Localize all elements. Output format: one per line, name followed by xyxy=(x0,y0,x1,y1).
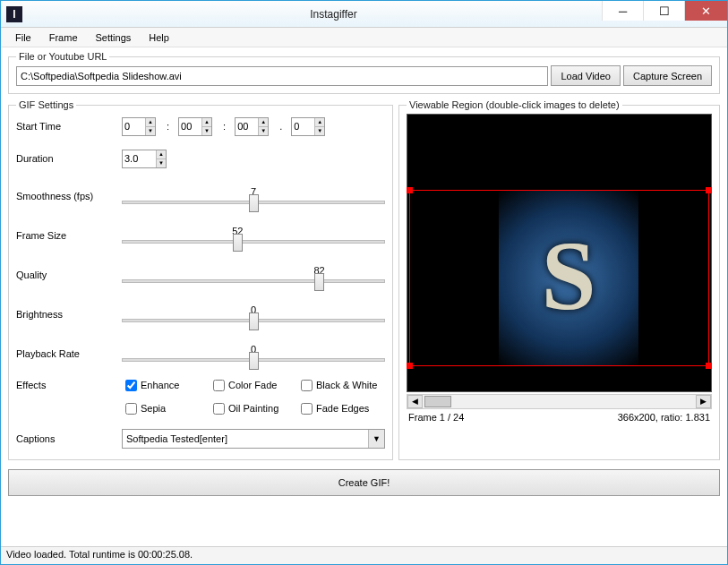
time-sep: : xyxy=(223,121,226,132)
spin-up-icon[interactable]: ▲ xyxy=(201,118,211,127)
menu-bar: File Frame Settings Help xyxy=(1,28,727,47)
slider-label: Brightness xyxy=(16,309,122,320)
slider-label: Frame Size xyxy=(16,230,122,241)
menu-settings[interactable]: Settings xyxy=(87,30,141,46)
checkbox-label: Oil Painting xyxy=(228,403,278,414)
window-title: Instagiffer xyxy=(30,8,638,21)
checkbox-label: Enhance xyxy=(141,380,179,390)
checkbox-label: Black & White xyxy=(316,380,377,390)
minimize-button[interactable]: ─ xyxy=(602,1,643,21)
url-input[interactable] xyxy=(16,66,548,86)
start-hour-input[interactable] xyxy=(123,118,145,135)
checkbox[interactable] xyxy=(125,403,137,415)
checkbox-label: Fade Edges xyxy=(316,403,369,414)
start-hour-spinner[interactable]: ▲▼ xyxy=(122,117,156,136)
start-sec-input[interactable] xyxy=(236,118,258,135)
time-sep: . xyxy=(279,121,282,132)
frame-scrollbar[interactable]: ◀ ▶ xyxy=(407,394,712,409)
checkbox[interactable] xyxy=(301,403,313,415)
slider-3[interactable]: 0 xyxy=(122,306,385,322)
crop-handle-tr[interactable] xyxy=(706,187,712,193)
captions-label: Captions xyxy=(16,433,122,444)
spin-up-icon[interactable]: ▲ xyxy=(314,118,324,127)
load-video-button[interactable]: Load Video xyxy=(551,65,620,86)
slider-thumb[interactable] xyxy=(233,234,243,252)
slider-thumb[interactable] xyxy=(249,194,259,212)
duration-input[interactable] xyxy=(123,150,156,167)
scroll-right-icon[interactable]: ▶ xyxy=(696,395,711,408)
gif-settings-group: GIF Settings Start Time ▲▼ : ▲▼ : ▲▼ . ▲… xyxy=(8,99,393,460)
maximize-button[interactable]: ☐ xyxy=(643,1,684,21)
spin-up-icon[interactable]: ▲ xyxy=(145,118,155,127)
spin-down-icon[interactable]: ▼ xyxy=(156,159,166,167)
slider-1[interactable]: 52 xyxy=(122,227,385,244)
url-group: File or Youtube URL Load Video Capture S… xyxy=(8,51,720,94)
checkbox[interactable] xyxy=(213,403,225,415)
spin-up-icon[interactable]: ▲ xyxy=(156,150,166,159)
viewable-region-group: Viewable Region (double-click images to … xyxy=(398,99,720,460)
crop-handle-bl[interactable] xyxy=(407,363,413,369)
slider-thumb[interactable] xyxy=(249,352,259,370)
spin-down-icon[interactable]: ▼ xyxy=(258,127,268,135)
gif-settings-legend: GIF Settings xyxy=(16,99,76,110)
frame-counter: Frame 1 / 24 xyxy=(408,412,464,423)
slider-thumb[interactable] xyxy=(249,312,259,330)
create-gif-button[interactable]: Create GIF! xyxy=(8,469,720,496)
duration-label: Duration xyxy=(16,153,122,164)
slider-label: Quality xyxy=(16,270,122,280)
crop-handle-br[interactable] xyxy=(706,363,712,369)
spin-up-icon[interactable]: ▲ xyxy=(258,118,268,127)
preview-viewer[interactable] xyxy=(407,114,712,392)
effect-oil-painting[interactable]: Oil Painting xyxy=(210,400,292,417)
effect-enhance[interactable]: Enhance xyxy=(122,377,204,394)
menu-frame[interactable]: Frame xyxy=(40,30,87,46)
spin-down-icon[interactable]: ▼ xyxy=(145,127,155,135)
effect-color-fade[interactable]: Color Fade xyxy=(210,377,292,394)
effect-black-white[interactable]: Black & White xyxy=(297,377,380,394)
scroll-left-icon[interactable]: ◀ xyxy=(407,395,423,408)
capture-screen-button[interactable]: Capture Screen xyxy=(623,65,712,86)
crop-box[interactable] xyxy=(409,190,709,366)
slider-0[interactable]: 7 xyxy=(122,188,385,204)
crop-handle-tl[interactable] xyxy=(407,187,413,193)
captions-combo[interactable]: ▼ xyxy=(122,429,385,449)
close-button[interactable]: ✕ xyxy=(684,1,727,21)
start-time-label: Start Time xyxy=(16,121,122,132)
start-min-input[interactable] xyxy=(179,118,201,135)
duration-spinner[interactable]: ▲▼ xyxy=(122,150,167,168)
scroll-track[interactable] xyxy=(423,395,696,408)
checkbox-label: Sepia xyxy=(141,403,166,414)
scroll-thumb[interactable] xyxy=(424,396,451,407)
checkbox[interactable] xyxy=(125,380,137,391)
window-controls: ─ ☐ ✕ xyxy=(602,1,727,21)
title-bar: I Instagiffer ─ ☐ ✕ xyxy=(1,1,727,28)
checkbox[interactable] xyxy=(213,380,225,391)
url-legend: File or Youtube URL xyxy=(16,51,109,62)
start-ms-spinner[interactable]: ▲▼ xyxy=(291,117,325,136)
slider-label: Smoothness (fps) xyxy=(16,191,122,201)
captions-input[interactable] xyxy=(123,430,368,448)
effect-fade-edges[interactable]: Fade Edges xyxy=(297,400,380,417)
slider-label: Playback Rate xyxy=(16,348,122,359)
start-min-spinner[interactable]: ▲▼ xyxy=(178,117,212,136)
status-bar: Video loaded. Total runtime is 00:00:25.… xyxy=(1,546,727,564)
start-ms-input[interactable] xyxy=(292,118,314,135)
time-sep: : xyxy=(167,121,169,132)
slider-2[interactable]: 82 xyxy=(122,267,385,283)
start-sec-spinner[interactable]: ▲▼ xyxy=(235,117,269,136)
app-icon: I xyxy=(6,6,22,22)
spin-down-icon[interactable]: ▼ xyxy=(314,127,324,135)
slider-thumb[interactable] xyxy=(314,273,324,291)
dimensions-label: 366x200, ratio: 1.831 xyxy=(618,412,710,423)
spin-down-icon[interactable]: ▼ xyxy=(201,127,211,135)
effects-label: Effects xyxy=(16,380,122,390)
menu-help[interactable]: Help xyxy=(140,30,178,46)
chevron-down-icon[interactable]: ▼ xyxy=(368,430,384,448)
effect-sepia[interactable]: Sepia xyxy=(122,400,204,417)
menu-file[interactable]: File xyxy=(6,30,40,46)
viewable-legend: Viewable Region (double-click images to … xyxy=(407,99,622,110)
slider-4[interactable]: 0 xyxy=(122,346,385,362)
checkbox[interactable] xyxy=(301,380,313,391)
checkbox-label: Color Fade xyxy=(228,380,277,390)
